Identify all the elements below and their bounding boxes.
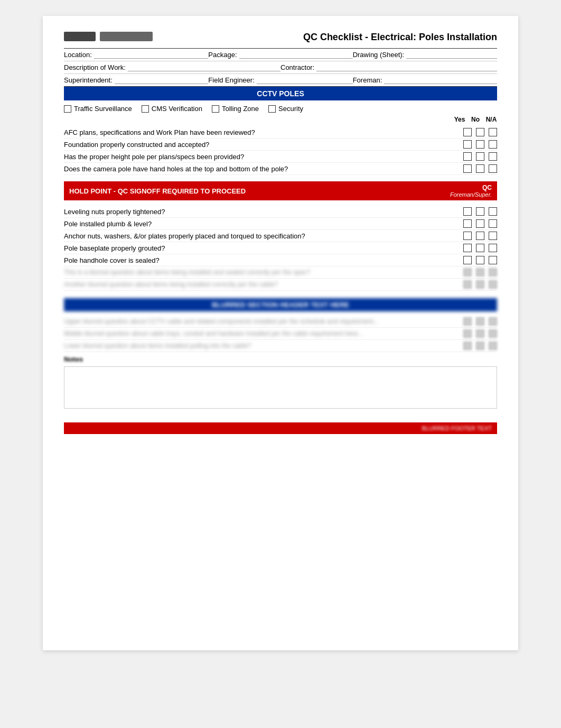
checkbox-traffic-box[interactable]: [64, 105, 71, 113]
s2-bq2-yes: [463, 280, 472, 289]
s2-q3-na[interactable]: [489, 232, 497, 240]
contractor-value[interactable]: [316, 63, 497, 71]
checkbox-cms[interactable]: CMS Verification: [142, 105, 202, 113]
s2-blurred-yna-1: [463, 268, 497, 277]
q3-no[interactable]: [476, 152, 484, 161]
q1-no[interactable]: [476, 128, 484, 136]
s3-blurred-q2: Middle blurred question about cable tray…: [64, 330, 463, 337]
q3-na[interactable]: [489, 152, 497, 161]
s2-question-5-text: Pole handhole cover is sealed?: [64, 256, 463, 264]
form-grid: Location: Package: Drawing (Sheet): Desc…: [64, 48, 497, 87]
s3-blurred-q1: Upper blurred question about CCTV cable …: [64, 318, 463, 325]
checkbox-security[interactable]: Security: [268, 105, 303, 113]
q2-na[interactable]: [489, 140, 497, 149]
s2-yna-3: [463, 232, 497, 240]
description-value[interactable]: [128, 63, 280, 71]
foreman-cell: Foreman:: [353, 76, 497, 84]
foreman-value[interactable]: [384, 76, 497, 84]
hold-point-right: QC Foreman/Super.: [450, 184, 492, 198]
s2-q2-na[interactable]: [489, 219, 497, 228]
s2-q1-na[interactable]: [489, 207, 497, 216]
s2-q3-no[interactable]: [476, 232, 484, 240]
s2-q4-yes[interactable]: [463, 244, 472, 252]
hold-point-label: HOLD POINT - QC SIGNOFF REQUIRED TO PROC…: [69, 187, 246, 195]
checkbox-cms-box[interactable]: [142, 105, 149, 113]
question-row-3: Has the proper height pole per plans/spe…: [64, 151, 497, 163]
yna-4: [463, 164, 497, 173]
checkbox-tolling-label: Tolling Zone: [222, 105, 259, 113]
yes-header: Yes: [454, 116, 465, 123]
section2-questions: Leveling nuts properly tightened? Pole i…: [64, 204, 497, 293]
contractor-label: Contractor:: [280, 63, 314, 71]
q2-yes[interactable]: [463, 140, 472, 149]
foreman-label: Foreman:: [353, 76, 382, 84]
question-row-2: Foundation properly constructed and acce…: [64, 139, 497, 151]
s3-bq2-yes: [463, 329, 472, 338]
s2-blurred-row-2: Another blurred question about items bei…: [64, 279, 497, 291]
field-engineer-value[interactable]: [257, 76, 353, 84]
yna-3: [463, 152, 497, 161]
logo-block: [64, 32, 96, 41]
question-4-text: Does the camera pole have hand holes at …: [64, 165, 463, 173]
s3-bq1-no: [476, 317, 484, 326]
s2-q4-na[interactable]: [489, 244, 497, 252]
location-value[interactable]: [94, 51, 209, 59]
notes-area[interactable]: [64, 366, 497, 409]
checkbox-traffic-label: Traffic Surveillance: [74, 105, 132, 113]
q4-yes[interactable]: [463, 164, 472, 173]
s2-q3-yes[interactable]: [463, 232, 472, 240]
yna-1: [463, 128, 497, 136]
logo-text: [100, 32, 153, 41]
s2-q4-no[interactable]: [476, 244, 484, 252]
q4-na[interactable]: [489, 164, 497, 173]
s3-bq2-na: [489, 329, 497, 338]
s2-bq1-no: [476, 268, 484, 277]
q4-no[interactable]: [476, 164, 484, 173]
s2-q2-no[interactable]: [476, 219, 484, 228]
s2-question-row-3: Anchor nuts, washers, &/or plates proper…: [64, 230, 497, 242]
s3-blurred-yna-3: [463, 342, 497, 350]
page-container: QC Checklist - Electrical: Poles Install…: [43, 16, 518, 650]
s2-q1-no[interactable]: [476, 207, 484, 216]
s2-q5-na[interactable]: [489, 256, 497, 264]
q2-no[interactable]: [476, 140, 484, 149]
s2-bq2-no: [476, 280, 484, 289]
checkbox-security-box[interactable]: [268, 105, 276, 113]
contractor-cell: Contractor:: [280, 63, 497, 71]
drawing-value[interactable]: [406, 51, 497, 59]
s3-bq3-no: [476, 342, 484, 350]
s2-yna-4: [463, 244, 497, 252]
s2-question-row-5: Pole handhole cover is sealed?: [64, 254, 497, 266]
checkbox-tolling[interactable]: Tolling Zone: [212, 105, 259, 113]
s3-bq1-na: [489, 317, 497, 326]
field-engineer-cell: Field Engineer:: [208, 76, 352, 84]
s2-yna-1: [463, 207, 497, 216]
logo-area: [64, 32, 153, 41]
superintendent-label: Superintendent:: [64, 76, 113, 84]
s2-q1-yes[interactable]: [463, 207, 472, 216]
bottom-red-bar: BLURRED FOOTER TEXT: [64, 422, 497, 434]
checkbox-tolling-box[interactable]: [212, 105, 219, 113]
s2-blurred-yna-2: [463, 280, 497, 289]
header: QC Checklist - Electrical: Poles Install…: [64, 32, 497, 43]
form-row-3: Superintendent: Field Engineer: Foreman:: [64, 74, 497, 86]
s3-bq1-yes: [463, 317, 472, 326]
s2-q2-yes[interactable]: [463, 219, 472, 228]
s2-blurred-q1: This is a blurred question about items b…: [64, 269, 463, 276]
superintendent-value[interactable]: [115, 76, 209, 84]
form-row-1: Location: Package: Drawing (Sheet):: [64, 49, 497, 61]
q3-yes[interactable]: [463, 152, 472, 161]
foreman-super-label: Foreman/Super.: [450, 191, 492, 198]
q1-yes[interactable]: [463, 128, 472, 136]
package-value[interactable]: [239, 51, 353, 59]
drawing-label: Drawing (Sheet):: [353, 51, 405, 59]
question-row-1: AFC plans, specifications and Work Plan …: [64, 126, 497, 139]
s2-q5-no[interactable]: [476, 256, 484, 264]
s3-bq2-no: [476, 329, 484, 338]
superintendent-cell: Superintendent:: [64, 76, 208, 84]
checkbox-traffic[interactable]: Traffic Surveillance: [64, 105, 132, 113]
field-engineer-label: Field Engineer:: [208, 76, 254, 84]
question-1-text: AFC plans, specifications and Work Plan …: [64, 128, 463, 136]
s2-q5-yes[interactable]: [463, 256, 472, 264]
q1-na[interactable]: [489, 128, 497, 136]
